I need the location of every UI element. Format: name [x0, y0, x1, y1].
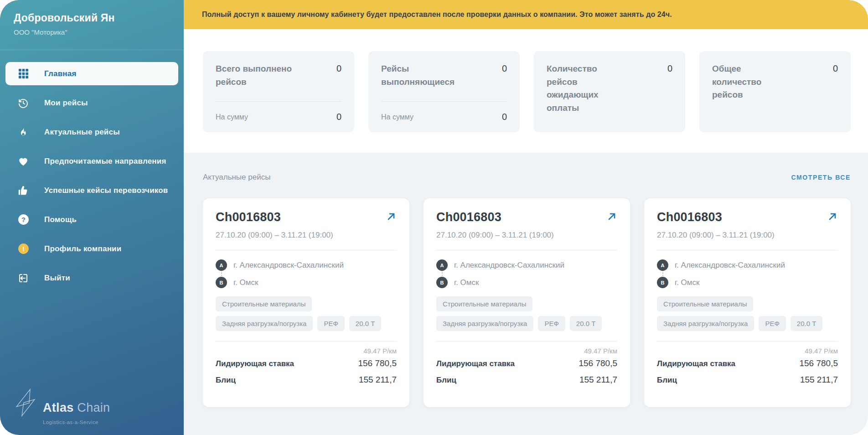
flame-icon — [17, 126, 29, 138]
route-from: г. Александровск-Сахалинский — [675, 261, 785, 270]
stat-sub-value: 0 — [336, 112, 341, 122]
stat-card-completed: Всего выполнено рейсов 0 На сумму 0 — [203, 51, 354, 132]
cargo-tag: Строительные материалы — [657, 296, 753, 311]
app-window: Добровольский Ян ООО "Моторика" Главная … — [0, 0, 868, 435]
blitz-value: 155 211,7 — [800, 375, 838, 385]
leading-bid-label: Лидирующая ставка — [216, 359, 294, 368]
stat-card-awaiting-payment: Количество рейсов ожидающих оплаты 0 — [534, 51, 685, 132]
route-to: г. Омск — [233, 278, 258, 287]
sidebar-item-company-profile[interactable]: ! Профиль компании — [5, 237, 178, 260]
sidebar-item-label: Помощь — [44, 215, 77, 224]
sidebar: Добровольский Ян ООО "Моторика" Главная … — [0, 0, 184, 435]
cargo-tag: Строительные материалы — [216, 296, 312, 311]
ride-card[interactable]: Ch0016803 27.10.20 (09:00) – 3.11.21 (19… — [203, 198, 409, 407]
ride-divider — [436, 250, 617, 250]
atlas-chain-logo-icon — [12, 388, 39, 418]
logo-title: Atlas Chain — [43, 401, 110, 415]
open-ride-icon[interactable] — [827, 211, 838, 222]
logo-title-bold: Atlas — [43, 401, 74, 414]
leading-bid-label: Лидирующая ставка — [436, 359, 515, 368]
grid-icon — [17, 68, 29, 80]
stats-row: Всего выполнено рейсов 0 На сумму 0 Рейс… — [203, 51, 851, 132]
stats-area: Всего выполнено рейсов 0 На сумму 0 Рейс… — [184, 29, 868, 153]
ride-divider — [657, 250, 838, 250]
loading-tag: Задняя разгрузка/погрузка — [657, 316, 754, 331]
route-connector — [442, 272, 443, 276]
sidebar-item-home[interactable]: Главная — [5, 62, 178, 85]
stat-title: Всего выполнено рейсов — [216, 62, 294, 88]
route-badge-a: A — [216, 259, 227, 271]
user-block[interactable]: Добровольский Ян ООО "Моторика" — [0, 0, 184, 44]
ride-divider — [216, 250, 397, 250]
open-ride-icon[interactable] — [606, 211, 617, 222]
stat-divider — [216, 101, 341, 102]
ride-route: A г. Александровск-Сахалинский B г. Омск — [216, 259, 397, 288]
route-to: г. Омск — [454, 278, 479, 287]
ride-dates: 27.10.20 (09:00) – 3.11.21 (19:00) — [436, 231, 617, 240]
sidebar-item-label: Актуальные рейсы — [44, 128, 120, 137]
stat-title: Общее количество рейсов — [712, 62, 772, 102]
route-badge-b: B — [436, 277, 448, 288]
stat-sub-label: На сумму — [216, 113, 248, 121]
sidebar-item-my-rides[interactable]: Мои рейсы — [5, 91, 178, 114]
ride-route: A г. Александровск-Сахалинский B г. Омск — [657, 259, 838, 288]
stat-divider — [381, 101, 507, 102]
blitz-label: Блиц — [657, 376, 677, 385]
verification-banner: Полный доступ к вашему личному кабинету … — [184, 0, 868, 29]
sidebar-item-label: Выйти — [44, 274, 70, 283]
cargo-tag: Строительные материалы — [436, 296, 532, 311]
user-name: Добровольский Ян — [14, 12, 170, 24]
sidebar-item-favorite-directions[interactable]: Предпочитаемые направления — [5, 150, 178, 173]
stat-card-total: Общее количество рейсов 0 — [699, 51, 851, 132]
ride-dates: 27.10.20 (09:00) – 3.11.21 (19:00) — [657, 231, 838, 240]
sidebar-item-actual-rides[interactable]: Актуальные рейсы — [5, 120, 178, 144]
ref-tag: РЕФ — [538, 316, 565, 331]
ride-divider — [436, 341, 617, 342]
rate-per-km: 49.47 Р/км — [216, 347, 397, 355]
sidebar-item-label: Профиль компании — [44, 244, 121, 254]
ride-divider — [216, 341, 397, 342]
open-ride-icon[interactable] — [386, 211, 397, 222]
ride-cards-row: Ch0016803 27.10.20 (09:00) – 3.11.21 (19… — [203, 198, 851, 407]
ride-card[interactable]: Ch0016803 27.10.20 (09:00) – 3.11.21 (19… — [644, 198, 851, 407]
user-company: ООО "Моторика" — [14, 28, 170, 36]
leading-bid-value: 156 780,5 — [358, 358, 397, 368]
help-icon: ? — [17, 214, 29, 226]
actual-rides-section: Актуальные рейсы СМОТРЕТЬ ВСЕ Ch0016803 … — [184, 153, 868, 435]
ride-id: Ch0016803 — [657, 210, 722, 224]
ref-tag: РЕФ — [759, 316, 785, 331]
sidebar-item-success-cases[interactable]: Успешные кейсы перевозчиков — [5, 179, 178, 202]
blitz-value: 155 211,7 — [579, 375, 617, 385]
route-badge-b: B — [657, 277, 668, 288]
leading-bid-label: Лидирующая ставка — [657, 359, 735, 368]
sidebar-item-label: Мои рейсы — [44, 98, 88, 108]
stat-value: 0 — [336, 63, 341, 74]
sidebar-item-logout[interactable]: Выйти — [5, 266, 178, 290]
warning-icon: ! — [17, 243, 29, 255]
stat-title: Количество рейсов ожидающих оплаты — [547, 62, 607, 114]
stat-title: Рейсы выполняющиеся — [381, 62, 460, 88]
sidebar-nav: Главная Мои рейсы Актуальные рейсы Предп… — [0, 50, 184, 290]
blitz-value: 155 211,7 — [359, 375, 397, 385]
sidebar-item-label: Успешные кейсы перевозчиков — [44, 186, 168, 195]
ride-id: Ch0016803 — [216, 210, 281, 224]
svg-text:!: ! — [22, 245, 25, 253]
weight-tag: 20.0 Т — [349, 316, 382, 331]
logo-tagline: Logistics-as-a-Service — [43, 419, 110, 425]
leading-bid-value: 156 780,5 — [579, 358, 617, 368]
route-from: г. Александровск-Сахалинский — [454, 261, 564, 270]
route-from: г. Александровск-Сахалинский — [233, 261, 344, 270]
route-connector — [662, 272, 663, 276]
see-all-link[interactable]: СМОТРЕТЬ ВСЕ — [791, 174, 851, 181]
ride-card[interactable]: Ch0016803 27.10.20 (09:00) – 3.11.21 (19… — [424, 198, 630, 407]
heart-icon — [17, 155, 29, 167]
route-badge-b: B — [216, 277, 227, 288]
weight-tag: 20.0 Т — [570, 316, 602, 331]
logout-icon — [17, 272, 29, 284]
leading-bid-value: 156 780,5 — [799, 358, 838, 368]
sidebar-item-help[interactable]: ? Помощь — [5, 208, 178, 231]
ride-dates: 27.10.20 (09:00) – 3.11.21 (19:00) — [216, 231, 397, 240]
logo-title-light: Chain — [77, 401, 110, 414]
history-icon — [17, 97, 29, 109]
blitz-label: Блиц — [436, 376, 456, 385]
